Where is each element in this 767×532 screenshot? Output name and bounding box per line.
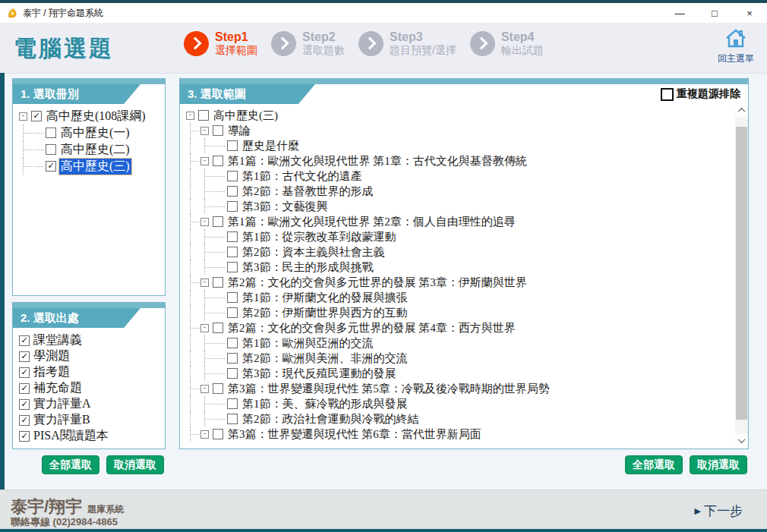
tree-node-label[interactable]: 第1節：從宗教改革到啟蒙運動 — [241, 230, 398, 244]
tree-checkbox[interactable] — [46, 144, 56, 155]
deselect-books-button[interactable]: 取消選取 — [106, 455, 164, 474]
expander-slot: - — [200, 427, 213, 442]
tree-checkbox[interactable] — [213, 323, 223, 333]
tree-node-label[interactable]: 歷史是什麼 — [241, 139, 301, 153]
tree-checkbox[interactable] — [227, 398, 238, 409]
tree-node-label[interactable]: 導論 — [226, 124, 252, 138]
tree-checkbox[interactable] — [227, 247, 238, 257]
tree-node-label[interactable]: 第2節：歐洲與美洲、非洲的交流 — [241, 351, 409, 366]
tree-node: 第1節：古代文化的遺產 — [186, 168, 745, 184]
maximize-button[interactable]: □ — [697, 3, 732, 23]
tree-node-label[interactable]: 第2節：資本主義與社會主義 — [241, 245, 387, 260]
tree-node-label[interactable]: 第2節：伊斯蘭世界與西方的互動 — [241, 306, 409, 320]
tree-node-label[interactable]: 第3篇：世界變遷與現代性 第5章：冷戰及後冷戰時期的世界局勢 — [226, 382, 551, 396]
tree-checkbox[interactable] — [227, 338, 238, 348]
tree-node-label[interactable]: 高中歷史(三) — [212, 109, 279, 123]
next-step-label: 下一步 — [704, 502, 743, 520]
tree-checkbox[interactable] — [213, 383, 223, 394]
source-checkbox[interactable]: ✓ — [19, 383, 30, 394]
collapse-icon[interactable]: - — [200, 218, 209, 226]
tree-guide — [190, 351, 200, 366]
panel-book-select: 1. 選取冊別 -✓高中歷史(108課綱)高中歷史(一)高中歷史(二)✓高中歷史… — [12, 78, 166, 296]
tree-checkbox[interactable] — [213, 429, 223, 439]
tree-checkbox[interactable] — [227, 186, 238, 197]
tree-node: -✓高中歷史(108課綱) — [19, 108, 162, 124]
collapse-icon[interactable]: - — [200, 157, 209, 165]
tree-checkbox[interactable] — [227, 262, 238, 272]
tree-node: ✓高中歷史(三) — [19, 158, 162, 175]
tree-checkbox[interactable] — [213, 156, 223, 166]
source-label[interactable]: 實力評量A — [33, 396, 91, 412]
tree-checkbox[interactable] — [227, 231, 238, 242]
home-button[interactable]: 回主選單 — [714, 27, 758, 65]
source-label[interactable]: 學測題 — [33, 348, 70, 364]
scroll-down-button[interactable] — [735, 434, 748, 447]
tree-checkbox[interactable] — [198, 110, 209, 121]
collapse-icon[interactable]: - — [200, 279, 209, 287]
source-label[interactable]: 補充命題 — [33, 380, 82, 396]
collapse-icon[interactable]: - — [200, 324, 209, 332]
tree-node-label[interactable]: 第2篇：文化的交會與多元世界的發展 第3章：伊斯蘭與世界 — [226, 275, 529, 290]
tree-checkbox[interactable] — [227, 201, 238, 212]
tree-checkbox[interactable] — [227, 292, 238, 303]
collapse-icon[interactable]: - — [186, 112, 194, 120]
tree-node-label[interactable]: 第1篇：歐洲文化與現代世界 第1章：古代文化與基督教傳統 — [226, 154, 529, 168]
select-all-books-button[interactable]: 全部選取 — [42, 455, 99, 474]
source-checkbox[interactable]: ✓ — [19, 367, 30, 378]
tree-node-label[interactable]: 第1節：古代文化的遺產 — [241, 169, 364, 184]
next-step-button[interactable]: ▶ 下一步 — [695, 502, 743, 520]
tree-node-label[interactable]: 高中歷史(108課綱) — [45, 109, 147, 124]
tree-checkbox[interactable] — [227, 353, 238, 364]
tree-node-label[interactable]: 第1篇：歐洲文化與現代世界 第2章：個人自由理性的追尋 — [226, 215, 517, 229]
collapse-icon[interactable]: - — [19, 112, 27, 121]
tree-node-label[interactable]: 第2篇：文化的交會與多元世界的發展 第4章：西方與世界 — [226, 321, 517, 335]
scrollbar[interactable] — [735, 104, 748, 447]
tree-checkbox[interactable] — [46, 127, 56, 138]
scroll-up-button[interactable] — [735, 104, 748, 117]
source-label[interactable]: 指考題 — [33, 364, 70, 380]
tree-checkbox[interactable] — [213, 216, 223, 227]
tree-node-label[interactable]: 第2節：基督教世界的形成 — [241, 184, 375, 199]
collapse-icon[interactable]: - — [200, 385, 209, 393]
dedupe-checkbox[interactable] — [661, 88, 674, 101]
source-item: ✓學測題 — [19, 348, 162, 364]
tree-node-label[interactable]: 高中歷史(三) — [59, 159, 131, 175]
tree-node-label[interactable]: 第3節：現代反殖民運動的發展 — [241, 367, 398, 381]
source-label[interactable]: PISA閱讀題本 — [33, 428, 109, 444]
tree-node-label[interactable]: 第3篇：世界變遷與現代性 第6章：當代世界新局面 — [226, 427, 483, 442]
source-checkbox[interactable]: ✓ — [19, 431, 30, 442]
close-button[interactable]: × — [732, 3, 767, 23]
tree-node-label[interactable]: 第3節：文藝復興 — [241, 200, 330, 214]
source-checkbox[interactable]: ✓ — [19, 399, 30, 410]
title-bar: 泰宇 / 翔宇命題系統 — □ × — [0, 3, 767, 24]
tree-checkbox[interactable] — [227, 171, 238, 181]
source-checkbox[interactable]: ✓ — [19, 351, 30, 362]
source-label[interactable]: 課堂講義 — [33, 332, 82, 348]
scrollbar-thumb[interactable] — [736, 127, 747, 420]
tree-node: -第3篇：世界變遷與現代性 第6章：當代世界新局面 — [186, 427, 745, 442]
tree-checkbox[interactable]: ✓ — [46, 161, 56, 172]
tree-node-label[interactable]: 第1節：伊斯蘭文化的發展與擴張 — [241, 291, 409, 305]
tree-node-label[interactable]: 高中歷史(一) — [59, 125, 131, 141]
tree-checkbox[interactable] — [227, 368, 238, 379]
source-checkbox[interactable]: ✓ — [19, 415, 30, 426]
tree-node-label[interactable]: 高中歷史(二) — [59, 142, 131, 158]
source-label[interactable]: 實力評量B — [33, 412, 90, 428]
collapse-icon[interactable]: - — [200, 430, 209, 439]
expander-slot: - — [200, 123, 213, 138]
tree-checkbox[interactable]: ✓ — [31, 111, 42, 121]
tree-checkbox[interactable] — [227, 414, 238, 424]
tree-node-label[interactable]: 第1節：美、蘇冷戰的形成與發展 — [241, 397, 409, 411]
tree-node-label[interactable]: 第2節：政治社會運動與冷戰的終結 — [241, 412, 421, 427]
collapse-icon[interactable]: - — [200, 127, 209, 135]
tree-node-label[interactable]: 第3節：民主的形成與挑戰 — [241, 260, 375, 275]
minimize-button[interactable]: — — [662, 3, 697, 23]
select-all-range-button[interactable]: 全部選取 — [625, 455, 683, 474]
source-checkbox[interactable]: ✓ — [19, 335, 30, 346]
tree-checkbox[interactable] — [227, 307, 238, 318]
tree-checkbox[interactable] — [227, 140, 238, 151]
tree-checkbox[interactable] — [213, 125, 223, 136]
tree-node-label[interactable]: 第1節：歐洲與亞洲的交流 — [241, 336, 375, 351]
deselect-range-button[interactable]: 取消選取 — [690, 455, 747, 474]
tree-checkbox[interactable] — [213, 277, 223, 288]
